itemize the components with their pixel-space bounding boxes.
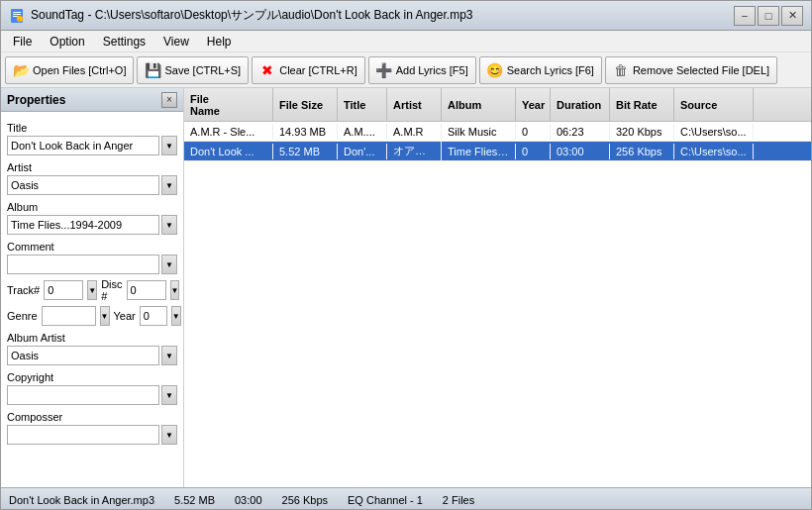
folder-icon: 📂 bbox=[13, 62, 29, 78]
svg-text:♪: ♪ bbox=[19, 17, 21, 22]
toolbar: 📂 Open Files [Ctrl+O] 💾 Save [CTRL+S] ✖ … bbox=[1, 52, 811, 88]
statusbar-files: 2 Files bbox=[443, 494, 474, 506]
titlebar: ♪ SoundTag - C:\Users\softaro\Desktop\サン… bbox=[1, 1, 811, 31]
genre-year-row: Genre ▼ Year ▼ bbox=[7, 306, 177, 326]
col-header-duration[interactable]: Duration bbox=[551, 88, 610, 121]
copyright-input[interactable] bbox=[7, 385, 159, 405]
composer-field-label: Composser bbox=[7, 411, 177, 423]
titlebar-title: SoundTag - C:\Users\softaro\Desktop\サンプル… bbox=[31, 7, 473, 24]
properties-title: Properties bbox=[7, 93, 65, 107]
open-files-button[interactable]: 📂 Open Files [Ctrl+O] bbox=[5, 56, 134, 84]
table-row[interactable]: Don't Look ...5.52 MBDon'...オアシスTime Fli… bbox=[184, 142, 811, 161]
album-artist-dropdown[interactable]: ▼ bbox=[161, 346, 177, 365]
open-files-label: Open Files [Ctrl+O] bbox=[33, 64, 126, 76]
genre-dropdown[interactable]: ▼ bbox=[100, 306, 110, 326]
comment-input[interactable] bbox=[7, 255, 159, 274]
clear-button[interactable]: ✖ Clear [CTRL+R] bbox=[252, 56, 365, 84]
statusbar: Don't Look Back in Anger.mp3 5.52 MB 03:… bbox=[1, 487, 811, 510]
menu-file[interactable]: File bbox=[5, 33, 40, 51]
artist-field-label: Artist bbox=[7, 161, 177, 173]
artist-field-row: ▼ bbox=[7, 175, 177, 195]
album-field-label: Album bbox=[7, 201, 177, 213]
composer-dropdown[interactable]: ▼ bbox=[161, 425, 177, 445]
comment-field-row: ▼ bbox=[7, 255, 177, 274]
table-row[interactable]: A.M.R - Sle...14.93 MBA.M....A.M.RSilk M… bbox=[184, 122, 811, 142]
col-header-source[interactable]: Source bbox=[674, 88, 754, 121]
titlebar-left: ♪ SoundTag - C:\Users\softaro\Desktop\サン… bbox=[9, 7, 473, 24]
year-field-label: Year bbox=[114, 310, 136, 322]
table-header: FileName File Size Title Artist Album Ye… bbox=[184, 88, 811, 122]
artist-dropdown[interactable]: ▼ bbox=[161, 175, 177, 195]
menubar: File Option Settings View Help bbox=[1, 31, 811, 52]
col-header-artist[interactable]: Artist bbox=[387, 88, 442, 121]
col-header-bitrate[interactable]: Bit Rate bbox=[610, 88, 674, 121]
main-area: Properties × Title ▼ Artist ▼ Album ▼ Co… bbox=[1, 88, 811, 487]
clear-icon: ✖ bbox=[259, 62, 275, 78]
col-header-title[interactable]: Title bbox=[338, 88, 387, 121]
track-field-label: Track# bbox=[7, 284, 40, 296]
menu-help[interactable]: Help bbox=[199, 33, 240, 51]
track-dropdown[interactable]: ▼ bbox=[87, 280, 97, 300]
copyright-field-row: ▼ bbox=[7, 385, 177, 405]
composer-field-row: ▼ bbox=[7, 425, 177, 445]
properties-panel: Properties × Title ▼ Artist ▼ Album ▼ Co… bbox=[1, 88, 184, 487]
col-header-filesize[interactable]: File Size bbox=[273, 88, 338, 121]
album-artist-field-row: ▼ bbox=[7, 346, 177, 365]
search-lyrics-label: Search Lyrics [F6] bbox=[507, 64, 594, 76]
album-dropdown[interactable]: ▼ bbox=[161, 215, 177, 235]
menu-view[interactable]: View bbox=[155, 33, 197, 51]
album-field-row: ▼ bbox=[7, 215, 177, 235]
genre-input[interactable] bbox=[42, 306, 96, 326]
title-field-row: ▼ bbox=[7, 136, 177, 155]
svg-rect-1 bbox=[13, 12, 21, 13]
properties-header: Properties × bbox=[1, 88, 183, 112]
album-artist-field-label: Album Artist bbox=[7, 332, 177, 344]
track-input[interactable] bbox=[44, 280, 83, 300]
menu-settings[interactable]: Settings bbox=[95, 33, 153, 51]
save-label: Save [CTRL+S] bbox=[164, 64, 241, 76]
menu-option[interactable]: Option bbox=[42, 33, 92, 51]
title-input[interactable] bbox=[7, 136, 159, 155]
genre-field-label: Genre bbox=[7, 310, 38, 322]
remove-icon: 🗑 bbox=[613, 62, 629, 78]
comment-field-label: Comment bbox=[7, 241, 177, 253]
properties-close-button[interactable]: × bbox=[161, 92, 177, 108]
disc-dropdown[interactable]: ▼ bbox=[170, 280, 180, 300]
add-lyrics-label: Add Lyrics [F5] bbox=[396, 64, 468, 76]
year-dropdown[interactable]: ▼ bbox=[171, 306, 181, 326]
add-icon: ➕ bbox=[376, 62, 392, 78]
title-dropdown[interactable]: ▼ bbox=[161, 136, 177, 155]
minimize-button[interactable]: − bbox=[734, 6, 756, 26]
copyright-dropdown[interactable]: ▼ bbox=[161, 385, 177, 405]
close-window-button[interactable]: ✕ bbox=[781, 6, 803, 26]
remove-file-button[interactable]: 🗑 Remove Selected File [DEL] bbox=[605, 56, 777, 84]
track-disc-row: Track# ▼ Disc # ▼ bbox=[7, 278, 177, 302]
statusbar-size: 5.52 MB bbox=[174, 494, 215, 506]
file-list-panel: FileName File Size Title Artist Album Ye… bbox=[184, 88, 811, 487]
disc-input[interactable] bbox=[127, 280, 166, 300]
remove-label: Remove Selected File [DEL] bbox=[633, 64, 769, 76]
copyright-field-label: Copyright bbox=[7, 371, 177, 383]
artist-input[interactable] bbox=[7, 175, 159, 195]
svg-rect-2 bbox=[13, 14, 21, 15]
table-body: A.M.R - Sle...14.93 MBA.M....A.M.RSilk M… bbox=[184, 122, 811, 487]
maximize-button[interactable]: □ bbox=[758, 6, 779, 26]
album-input[interactable] bbox=[7, 215, 159, 235]
disc-field-label: Disc # bbox=[101, 278, 122, 302]
titlebar-controls: − □ ✕ bbox=[734, 6, 803, 26]
statusbar-duration: 03:00 bbox=[235, 494, 262, 506]
col-header-filename[interactable]: FileName bbox=[184, 88, 273, 121]
col-header-year[interactable]: Year bbox=[516, 88, 551, 121]
app-icon: ♪ bbox=[9, 8, 25, 24]
statusbar-bitrate: 256 Kbps bbox=[282, 494, 328, 506]
year-input[interactable] bbox=[140, 306, 167, 326]
save-button[interactable]: 💾 Save [CTRL+S] bbox=[137, 56, 249, 84]
composer-input[interactable] bbox=[7, 425, 159, 445]
title-field-label: Title bbox=[7, 122, 177, 134]
album-artist-input[interactable] bbox=[7, 346, 159, 365]
comment-dropdown[interactable]: ▼ bbox=[161, 255, 177, 274]
add-lyrics-button[interactable]: ➕ Add Lyrics [F5] bbox=[368, 56, 476, 84]
search-lyrics-button[interactable]: 😊 Search Lyrics [F6] bbox=[479, 56, 602, 84]
col-header-album[interactable]: Album bbox=[442, 88, 516, 121]
clear-label: Clear [CTRL+R] bbox=[279, 64, 357, 76]
